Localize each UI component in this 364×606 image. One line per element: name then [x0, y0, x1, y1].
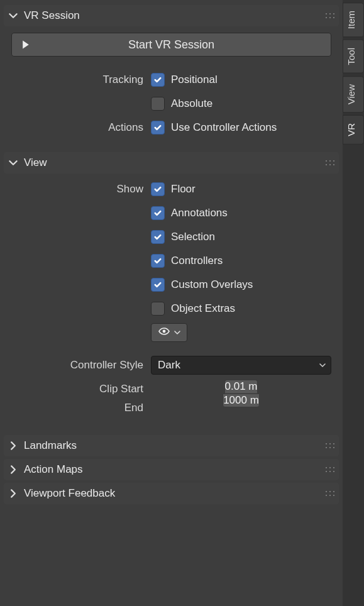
panel-view: View Show Floor Annotations [4, 152, 339, 427]
sidebar-tab-vr[interactable]: VR [343, 115, 364, 145]
row-visibility-popover [11, 323, 331, 342]
numfield-clip-start[interactable]: 0.01 m [224, 380, 258, 394]
checkbox-label: Positional [171, 74, 218, 86]
chevron-down-icon [8, 157, 19, 168]
panel-title: View [24, 157, 319, 169]
chevron-right-icon [8, 440, 19, 451]
row-show-object-extras: Object Extras [11, 299, 331, 318]
label-actions: Actions [11, 121, 143, 134]
checkbox-floor[interactable] [151, 182, 165, 196]
checkbox-annotations[interactable] [151, 206, 165, 220]
drag-grip-icon[interactable] [324, 441, 335, 450]
row-show-custom-overlays: Custom Overlays [11, 275, 331, 294]
row-tracking-absolute: Absolute [11, 94, 331, 113]
drag-grip-icon[interactable] [324, 158, 335, 167]
properties-panel: VR Session Start VR Session Tracking Pos… [0, 0, 343, 606]
checkbox-custom-overlays[interactable] [151, 278, 165, 292]
panel-title: Action Maps [24, 463, 319, 476]
chevron-down-icon [8, 10, 19, 21]
row-show-floor: Show Floor [11, 180, 331, 199]
checkbox-label: Absolute [171, 97, 212, 110]
checkbox-label: Object Extras [171, 302, 235, 315]
numfield-clip-end[interactable]: 1000 m [223, 394, 260, 407]
checkbox-label: Selection [171, 231, 215, 243]
panel-body-view: Show Floor Annotations Selection [4, 174, 339, 427]
checkbox-controller-actions[interactable] [151, 121, 165, 135]
panel-header-landmarks[interactable]: Landmarks [4, 435, 339, 456]
checkbox-object-extras[interactable] [151, 302, 165, 316]
checkbox-label: Floor [171, 183, 196, 196]
panel-vr-session: VR Session Start VR Session Tracking Pos… [4, 5, 339, 147]
checkbox-label: Controllers [171, 255, 223, 267]
row-actions-controller: Actions Use Controller Actions [11, 118, 331, 137]
sidebar-tabstrip: Item Tool View VR [343, 0, 364, 606]
panel-title: Viewport Feedback [24, 487, 319, 500]
checkbox-positional[interactable] [151, 73, 165, 87]
checkbox-controllers[interactable] [151, 254, 165, 268]
sidebar-tab-item[interactable]: Item [343, 3, 364, 37]
panel-header-view[interactable]: View [4, 152, 339, 174]
label-clip-start: Clip Start [11, 380, 143, 399]
checkbox-label: Use Controller Actions [171, 121, 277, 134]
drag-grip-icon[interactable] [324, 465, 335, 474]
sidebar-tab-tool[interactable]: Tool [343, 40, 364, 74]
drag-grip-icon[interactable] [324, 489, 335, 498]
sidebar-tab-view[interactable]: View [343, 76, 364, 113]
panel-header-action-maps[interactable]: Action Maps [4, 459, 339, 480]
play-icon [21, 40, 31, 50]
chevron-down-icon [174, 326, 180, 339]
row-controller-style: Controller Style Dark [11, 356, 331, 375]
chevron-right-icon [8, 464, 19, 475]
label-controller-style: Controller Style [11, 359, 143, 372]
panel-header-viewport-feedback[interactable]: Viewport Feedback [4, 483, 339, 504]
label-tracking: Tracking [11, 74, 143, 86]
row-clip: Clip Start End 0.01 m 1000 m [11, 380, 331, 417]
row-show-selection: Selection [11, 228, 331, 246]
panel-header-vr-session[interactable]: VR Session [4, 5, 339, 26]
checkbox-selection[interactable] [151, 230, 165, 244]
visibility-popover-button[interactable] [151, 323, 187, 342]
drag-grip-icon[interactable] [324, 11, 335, 20]
panel-title: VR Session [24, 9, 319, 22]
row-tracking-positional: Tracking Positional [11, 70, 331, 89]
chevron-down-icon [319, 359, 326, 372]
checkbox-label: Annotations [171, 207, 228, 219]
start-vr-session-label: Start VR Session [128, 38, 214, 52]
panel-title: Landmarks [24, 439, 319, 452]
eye-icon [158, 326, 170, 339]
chevron-right-icon [8, 488, 19, 499]
panel-body-vr-session: Start VR Session Tracking Positional [4, 26, 339, 147]
dropdown-value: Dark [158, 359, 180, 372]
svg-point-0 [163, 329, 166, 333]
start-vr-session-button[interactable]: Start VR Session [11, 33, 331, 57]
checkbox-label: Custom Overlays [171, 278, 253, 291]
label-show: Show [11, 183, 143, 196]
dropdown-controller-style[interactable]: Dark [151, 356, 331, 375]
checkbox-absolute[interactable] [151, 97, 165, 111]
label-clip-end: End [11, 399, 143, 417]
row-show-controllers: Controllers [11, 251, 331, 270]
collapsed-panels: Landmarks Action Maps Viewport Feedback [4, 435, 339, 504]
row-show-annotations: Annotations [11, 204, 331, 223]
